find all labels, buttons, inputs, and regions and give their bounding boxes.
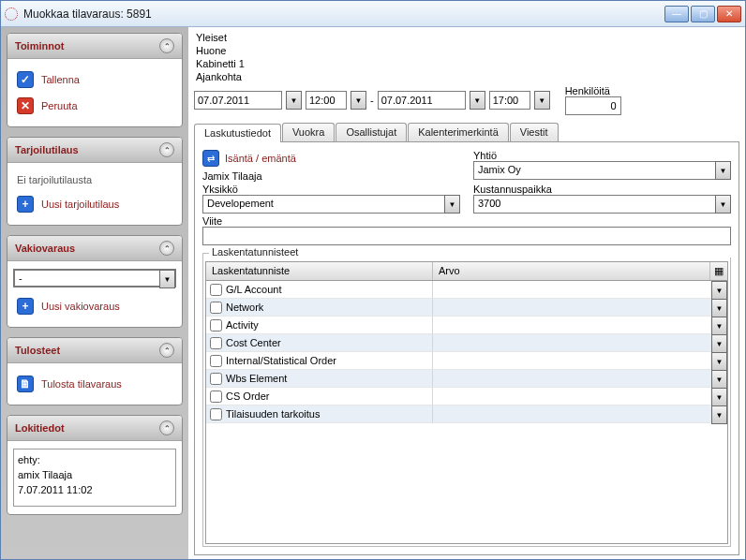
col-laskentatunniste[interactable]: Laskentatunniste xyxy=(206,262,433,280)
log-textbox[interactable]: ehty: amix Tilaaja 7.07.2011 11:02 xyxy=(13,449,176,507)
unit-select[interactable]: Developement ▼ xyxy=(202,195,460,214)
titlebar: Muokkaa tilavaraus: 5891 — ▢ ✕ xyxy=(1,1,745,27)
row-value xyxy=(433,388,711,405)
vakiovaraus-select[interactable]: - ▼ xyxy=(13,269,176,287)
company-select[interactable]: Jamix Oy ▼ xyxy=(473,161,731,180)
row-value xyxy=(433,281,711,298)
save-label: Tallenna xyxy=(41,74,80,85)
panel-header-tarjoilutilaus[interactable]: Tarjoilutilaus ⌃ xyxy=(7,138,182,163)
chevron-down-icon[interactable]: ▼ xyxy=(711,405,727,424)
chevron-down-icon[interactable]: ▼ xyxy=(711,334,727,353)
new-vakiovaraus-label: Uusi vakiovaraus xyxy=(41,301,120,312)
panel-tarjoilutilaus: Tarjoilutilaus ⌃ Ei tarjoilutilausta + U… xyxy=(7,137,183,226)
datetime-label: Ajankohta xyxy=(194,70,739,83)
start-time-input[interactable] xyxy=(306,91,347,110)
row-value xyxy=(433,299,711,316)
row-checkbox[interactable] xyxy=(210,337,222,349)
company-label: Yhtiö xyxy=(473,150,731,161)
table-row[interactable]: Activity ▼ xyxy=(206,317,727,334)
table-row[interactable]: Tilaisuuden tarkoitus ▼ xyxy=(206,405,727,423)
group-laskentatunnisteet: Laskentatunnisteet Laskentatunniste Arvo… xyxy=(202,253,731,547)
tab-bar: Laskutustiedot Vuokra Osallistujat Kalen… xyxy=(194,123,739,142)
panel-header-tulosteet[interactable]: Tulosteet ⌃ xyxy=(7,338,182,363)
cross-icon: ✕ xyxy=(17,97,34,114)
costcenter-select[interactable]: 3700 ▼ xyxy=(473,195,731,214)
chevron-down-icon[interactable]: ▼ xyxy=(711,352,727,371)
end-time-input[interactable] xyxy=(489,91,530,110)
end-date-input[interactable] xyxy=(378,91,466,110)
row-checkbox[interactable] xyxy=(210,391,222,403)
table-row[interactable]: Cost Center ▼ xyxy=(206,334,727,352)
log-line: 7.07.2011 11:02 xyxy=(18,483,172,498)
close-button[interactable]: ✕ xyxy=(717,6,741,22)
row-value xyxy=(433,405,711,422)
chevron-up-icon: ⌃ xyxy=(159,142,174,157)
host-link[interactable]: ⇄ Isäntä / emäntä xyxy=(202,150,460,167)
table-row[interactable]: Network ▼ xyxy=(206,299,727,317)
start-time-picker-button[interactable]: ▼ xyxy=(351,91,366,110)
minimize-button[interactable]: — xyxy=(664,6,689,22)
row-name: Tilaisuuden tarkoitus xyxy=(226,408,320,420)
room-value: Kabinetti 1 xyxy=(194,57,739,70)
start-date-picker-button[interactable]: ▼ xyxy=(286,91,302,110)
date-sep: - xyxy=(370,95,374,106)
panel-title: Lokitiedot xyxy=(15,422,65,434)
heading-yleiset: Yleiset xyxy=(194,31,739,44)
row-checkbox[interactable] xyxy=(210,408,222,420)
persons-input[interactable] xyxy=(565,96,621,115)
save-button[interactable]: ✓ Tallenna xyxy=(13,66,176,93)
new-catering-button[interactable]: + Uusi tarjoilutilaus xyxy=(13,191,176,217)
check-icon: ✓ xyxy=(17,71,34,88)
print-reservation-button[interactable]: 🗎 Tulosta tilavaraus xyxy=(13,371,176,397)
end-time-picker-button[interactable]: ▼ xyxy=(534,91,550,110)
tab-kalenterimerkinta[interactable]: Kalenterimerkintä xyxy=(408,123,509,141)
panel-lokitiedot: Lokitiedot ⌃ ehty: amix Tilaaja 7.07.201… xyxy=(7,415,183,515)
row-checkbox[interactable] xyxy=(210,373,222,385)
panel-header-vakiovaraus[interactable]: Vakiovaraus ⌃ xyxy=(7,236,182,261)
new-catering-label: Uusi tarjoilutilaus xyxy=(41,199,119,210)
chevron-down-icon[interactable]: ▼ xyxy=(711,370,727,389)
row-name: Wbs Element xyxy=(226,373,287,384)
table-row[interactable]: Internal/Statistical Order ▼ xyxy=(206,352,727,370)
panel-title: Tulosteet xyxy=(15,345,60,356)
table-row[interactable]: Wbs Element ▼ xyxy=(206,370,727,388)
panel-header-toiminnot[interactable]: Toiminnot ⌃ xyxy=(7,34,182,59)
table-row[interactable]: G/L Account ▼ xyxy=(206,281,727,299)
row-checkbox[interactable] xyxy=(210,302,222,314)
app-window: Muokkaa tilavaraus: 5891 — ▢ ✕ Toiminnot… xyxy=(0,0,746,560)
row-name: Activity xyxy=(226,319,259,331)
row-name: Internal/Statistical Order xyxy=(226,355,336,366)
panel-title: Tarjoilutilaus xyxy=(15,144,79,155)
col-arvo[interactable]: Arvo xyxy=(433,262,710,280)
new-vakiovaraus-button[interactable]: + Uusi vakiovaraus xyxy=(13,293,176,319)
maximize-button[interactable]: ▢ xyxy=(691,6,715,22)
chevron-down-icon[interactable]: ▼ xyxy=(711,388,727,406)
tab-laskutustiedot[interactable]: Laskutustiedot xyxy=(194,124,281,142)
print-label: Tulosta tilavaraus xyxy=(41,378,122,390)
chevron-down-icon[interactable]: ▼ xyxy=(711,317,727,335)
chevron-up-icon: ⌃ xyxy=(159,420,174,435)
row-checkbox[interactable] xyxy=(210,319,222,332)
plus-icon: + xyxy=(17,298,34,315)
chevron-down-icon[interactable]: ▼ xyxy=(711,281,727,300)
cancel-button[interactable]: ✕ Peruuta xyxy=(13,93,176,119)
chevron-down-icon: ▼ xyxy=(715,195,731,214)
cancel-label: Peruuta xyxy=(41,100,78,111)
row-checkbox[interactable] xyxy=(210,284,222,296)
row-checkbox[interactable] xyxy=(210,355,222,367)
tab-osallistujat[interactable]: Osallistujat xyxy=(336,123,407,141)
start-date-input[interactable] xyxy=(194,91,282,110)
reference-input[interactable] xyxy=(202,227,731,245)
tab-viestit[interactable]: Viestit xyxy=(510,123,559,141)
panel-title: Toiminnot xyxy=(15,40,64,52)
tab-vuokra[interactable]: Vuokra xyxy=(282,123,335,141)
panel-tulosteet: Tulosteet ⌃ 🗎 Tulosta tilavaraus xyxy=(7,337,183,405)
plus-icon: + xyxy=(17,196,34,213)
chevron-down-icon[interactable]: ▼ xyxy=(711,299,727,317)
table-row[interactable]: CS Order ▼ xyxy=(206,388,727,405)
grid-options-icon[interactable]: ▦ xyxy=(710,262,727,280)
catering-status: Ei tarjoilutilausta xyxy=(13,170,176,191)
panel-header-lokitiedot[interactable]: Lokitiedot ⌃ xyxy=(7,416,182,441)
row-value xyxy=(433,352,711,369)
end-date-picker-button[interactable]: ▼ xyxy=(470,91,485,110)
